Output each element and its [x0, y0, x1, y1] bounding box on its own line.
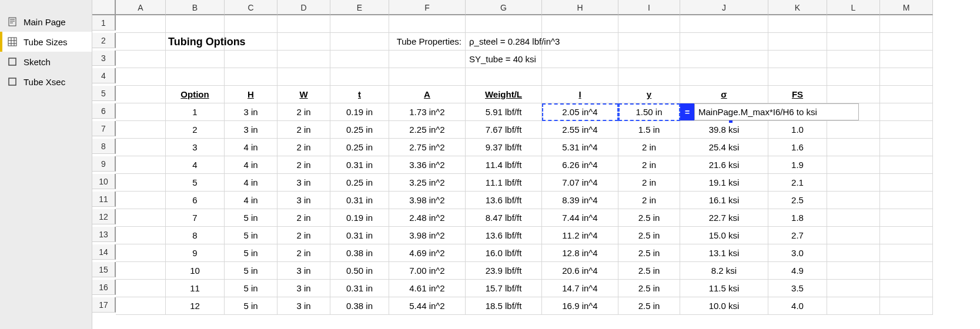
cell-A7[interactable]: [116, 121, 166, 139]
cell-L12[interactable]: [827, 209, 880, 227]
cell-D11[interactable]: 3 in: [277, 192, 330, 209]
row-header-14[interactable]: 14: [92, 244, 116, 260]
cell-G4[interactable]: [466, 68, 542, 86]
cell-F17[interactable]: 5.44 in^2: [389, 297, 466, 315]
cell-H3[interactable]: [542, 51, 618, 68]
row-header-12[interactable]: 12: [92, 209, 116, 224]
cell-E11[interactable]: 0.31 in: [330, 192, 389, 209]
cell-G16[interactable]: 15.7 lbf/ft: [466, 280, 542, 297]
cell-C2[interactable]: [225, 33, 277, 51]
cell-B17[interactable]: 12: [166, 297, 225, 315]
cell-H2[interactable]: [542, 33, 618, 51]
cell-K5[interactable]: FS: [768, 86, 827, 103]
cell-K17[interactable]: 4.0: [768, 297, 827, 315]
cell-G11[interactable]: 13.6 lbf/ft: [466, 192, 542, 209]
col-header-B[interactable]: B: [166, 0, 225, 15]
cell-A4[interactable]: [116, 68, 166, 86]
cell-I7[interactable]: 1.5 in: [618, 121, 680, 139]
cell-L3[interactable]: [827, 51, 880, 68]
cell-M16[interactable]: [880, 280, 933, 297]
cell-I8[interactable]: 2 in: [618, 139, 680, 156]
cell-B11[interactable]: 6: [166, 192, 225, 209]
cell-M15[interactable]: [880, 262, 933, 280]
cell-A14[interactable]: [116, 244, 166, 262]
row-header-6[interactable]: 6: [92, 103, 116, 119]
cell-D1[interactable]: [277, 15, 330, 33]
cell-J8[interactable]: 25.4 ksi: [680, 139, 768, 156]
row-header-1[interactable]: 1: [92, 15, 116, 31]
cell-B9[interactable]: 4: [166, 156, 225, 174]
cell-I2[interactable]: [618, 33, 680, 51]
cell-F8[interactable]: 2.75 in^2: [389, 139, 466, 156]
cell-E9[interactable]: 0.31 in: [330, 156, 389, 174]
cell-B6[interactable]: 1: [166, 103, 225, 121]
cell-A1[interactable]: [116, 15, 166, 33]
cell-L5[interactable]: [827, 86, 880, 103]
cell-B8[interactable]: 3: [166, 139, 225, 156]
cell-G17[interactable]: 18.5 lbf/ft: [466, 297, 542, 315]
cell-J2[interactable]: [680, 33, 768, 51]
cell-H10[interactable]: 7.07 in^4: [542, 174, 618, 192]
cell-I16[interactable]: 2.5 in: [618, 280, 680, 297]
row-header-4[interactable]: 4: [92, 68, 116, 83]
cell-F15[interactable]: 7.00 in^2: [389, 262, 466, 280]
row-header-15[interactable]: 15: [92, 262, 116, 277]
cell-B14[interactable]: 9: [166, 244, 225, 262]
cell-I11[interactable]: 2 in: [618, 192, 680, 209]
col-header-M[interactable]: M: [880, 0, 933, 15]
cell-H8[interactable]: 5.31 in^4: [542, 139, 618, 156]
sidebar-item-tube-xsec[interactable]: Tube Xsec: [0, 72, 92, 92]
cell-H5[interactable]: I: [542, 86, 618, 103]
cell-K4[interactable]: [768, 68, 827, 86]
cell-J11[interactable]: 16.1 ksi: [680, 192, 768, 209]
cell-J3[interactable]: [680, 51, 768, 68]
cell-B2[interactable]: Tubing Options: [166, 33, 225, 51]
row-header-10[interactable]: 10: [92, 174, 116, 189]
col-header-I[interactable]: I: [618, 0, 680, 15]
cell-C1[interactable]: [225, 15, 277, 33]
cell-A16[interactable]: [116, 280, 166, 297]
row-header-11[interactable]: 11: [92, 192, 116, 207]
cell-C15[interactable]: 5 in: [225, 262, 277, 280]
sidebar-item-sketch[interactable]: Sketch: [0, 52, 92, 72]
row-header-7[interactable]: 7: [92, 121, 116, 136]
cell-L2[interactable]: [827, 33, 880, 51]
cell-K15[interactable]: 4.9: [768, 262, 827, 280]
cell-I14[interactable]: 2.5 in: [618, 244, 680, 262]
row-header-16[interactable]: 16: [92, 280, 116, 295]
cell-C13[interactable]: 5 in: [225, 227, 277, 244]
cell-G10[interactable]: 11.1 lbf/ft: [466, 174, 542, 192]
cell-J15[interactable]: 8.2 ksi: [680, 262, 768, 280]
cell-I5[interactable]: y: [618, 86, 680, 103]
cell-C8[interactable]: 4 in: [225, 139, 277, 156]
cell-G7[interactable]: 7.67 lbf/ft: [466, 121, 542, 139]
cell-H14[interactable]: 12.8 in^4: [542, 244, 618, 262]
sidebar-item-tube-sizes[interactable]: Tube Sizes: [0, 32, 92, 52]
cell-I3[interactable]: [618, 51, 680, 68]
cell-E4[interactable]: [330, 68, 389, 86]
formula-input[interactable]: [694, 103, 859, 120]
cell-F1[interactable]: [389, 15, 466, 33]
cell-D7[interactable]: 2 in: [277, 121, 330, 139]
cell-M13[interactable]: [880, 227, 933, 244]
cell-E16[interactable]: 0.31 in: [330, 280, 389, 297]
cell-F16[interactable]: 4.61 in^2: [389, 280, 466, 297]
cell-K16[interactable]: 3.5: [768, 280, 827, 297]
cell-C9[interactable]: 4 in: [225, 156, 277, 174]
cell-K7[interactable]: 1.0: [768, 121, 827, 139]
col-header-E[interactable]: E: [330, 0, 389, 15]
cell-B3[interactable]: [166, 51, 225, 68]
cell-I13[interactable]: 2.5 in: [618, 227, 680, 244]
cell-F2[interactable]: Tube Properties:: [389, 33, 466, 51]
cell-E8[interactable]: 0.25 in: [330, 139, 389, 156]
cell-K10[interactable]: 2.1: [768, 174, 827, 192]
cell-M6[interactable]: [880, 103, 933, 121]
cell-G14[interactable]: 16.0 lbf/ft: [466, 244, 542, 262]
cell-G9[interactable]: 11.4 lbf/ft: [466, 156, 542, 174]
cell-A9[interactable]: [116, 156, 166, 174]
cell-M9[interactable]: [880, 156, 933, 174]
cell-C10[interactable]: 4 in: [225, 174, 277, 192]
cell-A10[interactable]: [116, 174, 166, 192]
cell-J9[interactable]: 21.6 ksi: [680, 156, 768, 174]
cell-A11[interactable]: [116, 192, 166, 209]
